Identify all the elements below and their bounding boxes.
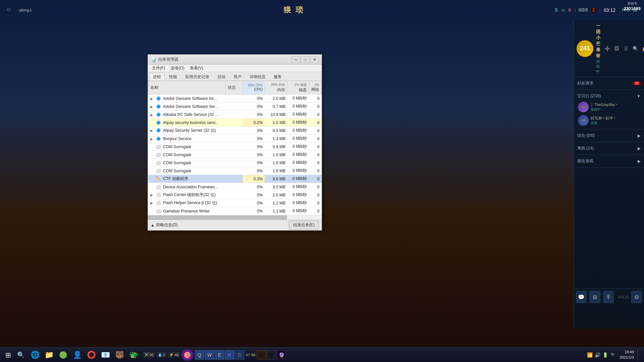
expand-icon[interactable]: ▶: [150, 137, 155, 141]
expand-icon[interactable]: ▶: [150, 113, 155, 117]
skill-r[interactable]: R: [225, 350, 234, 360]
section-lixian-header[interactable]: 离线 (14) ▶: [577, 144, 641, 153]
table-row[interactable]: ⬜ Device Association Framewo... 0% 3.0 M…: [148, 183, 322, 191]
panel-gallery-button[interactable]: 🖼: [612, 45, 621, 53]
taskbar-app-4[interactable]: ⭕: [85, 348, 98, 362]
item-potion[interactable]: 🔮: [277, 350, 286, 360]
tab-services[interactable]: 服务: [270, 73, 285, 80]
section-lixian: 离线 (14) ▶: [574, 142, 644, 155]
table-row[interactable]: ▶ 🔷 Adobe Genuine Software Ser... 0% 0.7…: [148, 103, 322, 111]
horizontal-scrollbar[interactable]: [148, 215, 322, 220]
expand-icon[interactable]: ▶: [150, 201, 155, 205]
maximize-button[interactable]: □: [301, 56, 310, 63]
friend-item-gray[interactable]: 🎮 丿TheGraySky丶 游戏中: [577, 100, 641, 114]
system-clock[interactable]: 19:49 2021/1/3: [618, 350, 636, 360]
collapse-button[interactable]: ▲ 简略信息(D): [151, 222, 178, 228]
minimize-button[interactable]: —: [291, 56, 300, 63]
panel-search-button[interactable]: 🔍: [631, 45, 639, 53]
process-table-container[interactable]: 名称 状态 40% CPU CPU 28% 内存 内存 1% 磁盘 磁盘: [148, 81, 322, 215]
search-button[interactable]: 🔍: [15, 349, 27, 361]
table-row[interactable]: ⬜ COM Surrogate 0% 0.9 MB 0 MB/秒 0: [148, 143, 322, 151]
skill-e[interactable]: E: [215, 350, 224, 360]
taskbar-app-5[interactable]: 📧: [99, 348, 112, 362]
table-row[interactable]: 🔷 Alipay security business servi... 0.2%…: [148, 119, 322, 127]
table-row[interactable]: ▶ 🔷 Alipay Security Server (32 位) 0% 0.5…: [148, 127, 322, 135]
game-item-2[interactable]: 💧0: [156, 352, 166, 358]
tab-details[interactable]: 详细信息: [246, 73, 269, 80]
battery-icon[interactable]: 🔋: [602, 352, 608, 358]
friend-item-haoxiong[interactable]: 🎮 好兄弟一起冲丶 在线: [577, 114, 641, 127]
volume-icon[interactable]: 🔊: [595, 352, 600, 358]
skill-w[interactable]: W: [205, 350, 214, 360]
settings-button[interactable]: ⚙: [631, 291, 642, 303]
friends-request-header[interactable]: 好友请求 50: [577, 79, 641, 87]
table-header[interactable]: 名称 状态 40% CPU CPU 28% 内存 内存 1% 磁盘 磁盘: [148, 81, 322, 95]
table-row[interactable]: ⬜ COM Surrogate 0% 1.6 MB 0 MB/秒 0: [148, 159, 322, 167]
col-mem-header[interactable]: 28% 内存 内存: [265, 81, 287, 95]
collapse-label[interactable]: 简略信息(D): [156, 222, 178, 228]
process-icon: 🔷: [156, 120, 161, 125]
panel-controls[interactable]: ➕ 🖼 ☰ 🔍 🔔: [603, 45, 644, 53]
menu-options[interactable]: 选项(O): [168, 65, 187, 72]
section-recent-header[interactable]: 最近游戏 ▶: [577, 157, 641, 165]
table-row[interactable]: ▶ 🔷 Alibaba PC Safe Service (32 ... 0% 1…: [148, 111, 322, 119]
tab-app-history[interactable]: 应用历史记录: [181, 73, 213, 80]
process-net-cell: 0: [309, 127, 321, 135]
add-friend-button[interactable]: ➕: [603, 45, 611, 53]
expand-icon[interactable]: ▶: [150, 105, 155, 109]
table-row[interactable]: ▶ ⬜ Flash Helper Service β (32 位) 0% 1.2…: [148, 199, 322, 207]
tab-users[interactable]: 用户: [230, 73, 245, 80]
tab-startup[interactable]: 启动: [214, 73, 229, 80]
zonghe-label: 综合 (0/0): [577, 133, 595, 138]
skill-d[interactable]: D: [235, 350, 245, 360]
game-champ-icon[interactable]: 🎯: [181, 349, 194, 361]
process-name-cell: ▶ 🔷 Adobe Genuine Software Ser...: [148, 103, 226, 111]
section-zonghe-header[interactable]: 综合 (0/0) ▶: [577, 131, 641, 140]
close-button[interactable]: ✕: [310, 56, 319, 63]
table-row[interactable]: ▶ 🔷 Adobe Genuine Software Int... 0% 2.0…: [148, 95, 322, 103]
taskbar-app-6[interactable]: 🐻: [113, 348, 126, 362]
table-row[interactable]: ▶ 🔷 Bonjour Service 0% 1.3 MB 0 MB/秒 0: [148, 135, 322, 143]
col-status-header[interactable]: 状态: [226, 81, 243, 95]
section-baobeis-header[interactable]: 宝贝们 (2/16) ▼: [577, 92, 641, 100]
item-shield[interactable]: 🛡: [267, 350, 276, 360]
mic-button[interactable]: 🎙: [603, 291, 614, 303]
col-name-header[interactable]: 名称: [148, 81, 226, 95]
taskbar-app-3[interactable]: 👤: [70, 348, 84, 362]
table-row[interactable]: ✏️ CTF 加载程序 0.3% 9.6 MB 0 MB/秒 0: [148, 175, 322, 183]
taskbar-app-0[interactable]: 🌐: [28, 348, 42, 362]
expand-icon[interactable]: ▶: [150, 129, 155, 132]
end-task-button[interactable]: 结束任务(E): [289, 221, 319, 230]
panel-list-button[interactable]: ☰: [622, 45, 630, 53]
skill-q[interactable]: Q: [195, 350, 204, 360]
network-icon[interactable]: 📶: [587, 352, 593, 358]
table-row[interactable]: ▶ ⬜ Flash Center 辅助程序(32 位) 0% 2.0 MB 0 …: [148, 191, 322, 199]
panel-bell-button[interactable]: 🔔: [641, 45, 644, 53]
panel-grid-button[interactable]: ⊞: [589, 291, 600, 303]
table-row[interactable]: ⬜ Gamebar Presence Writer 0% 1.1 MB 0 MB…: [148, 207, 322, 215]
col-cpu-header[interactable]: 40% CPU CPU: [243, 81, 265, 95]
friends-request-section[interactable]: 好友请求 50: [574, 77, 644, 90]
start-button[interactable]: ⊞: [1, 348, 15, 362]
expand-icon[interactable]: ▶: [150, 97, 155, 101]
show-desktop-button[interactable]: [637, 349, 640, 361]
table-row[interactable]: ⬜ COM Surrogate 0% 1.0 MB 0 MB/秒 0: [148, 151, 322, 159]
taskbar-app-7[interactable]: 🐲: [127, 348, 140, 362]
game-item-1[interactable]: ⚔️95: [143, 352, 155, 358]
col-net-header[interactable]: 2% 网络: [309, 81, 321, 95]
taskbar-app-2[interactable]: 🟢: [56, 348, 70, 362]
expand-icon[interactable]: ▶: [150, 193, 155, 197]
tab-performance[interactable]: 性能: [165, 73, 181, 80]
tab-processes[interactable]: 进程: [149, 73, 165, 80]
item-sword[interactable]: ⚔: [257, 350, 266, 360]
menu-file[interactable]: 文件(F): [149, 65, 168, 72]
hscroll-thumb[interactable]: [148, 216, 287, 220]
col-disk-header[interactable]: 1% 磁盘 磁盘: [287, 81, 309, 95]
taskbar-app-1[interactable]: 📁: [42, 348, 56, 362]
input-lang[interactable]: 中: [609, 352, 616, 358]
table-row[interactable]: ⬜ COM Surrogate 0% 1.8 MB 0 MB/秒 0: [148, 167, 322, 175]
menu-view[interactable]: 查看(V): [187, 65, 206, 72]
game-item-3[interactable]: ⚡46: [168, 352, 180, 358]
window-buttons[interactable]: — □ ✕: [291, 56, 319, 63]
chat-icon-button[interactable]: 💬: [576, 291, 587, 303]
